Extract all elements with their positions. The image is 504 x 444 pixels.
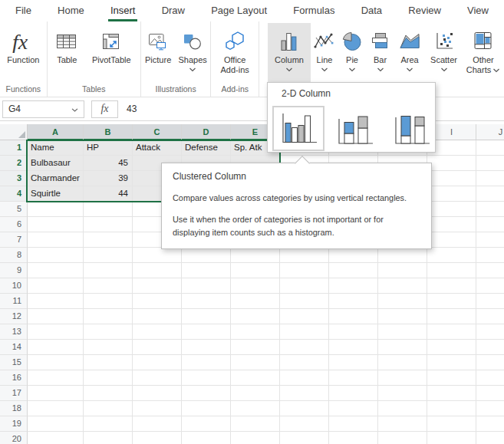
cell-F15[interactable] bbox=[280, 355, 329, 370]
cell-E20[interactable] bbox=[231, 432, 280, 444]
cell-G9[interactable] bbox=[329, 263, 378, 278]
cell-A7[interactable] bbox=[28, 232, 84, 248]
row-header-10[interactable]: 10 bbox=[0, 278, 28, 294]
cell-A3[interactable]: Charmander bbox=[28, 171, 84, 186]
cell-B16[interactable] bbox=[84, 370, 133, 386]
area-chart-button[interactable]: Area bbox=[394, 23, 425, 82]
stacked-column-option[interactable] bbox=[334, 113, 377, 150]
cell-A13[interactable] bbox=[28, 324, 84, 340]
cell-F17[interactable] bbox=[280, 386, 329, 401]
cell-D14[interactable] bbox=[182, 340, 231, 355]
cell-J6[interactable] bbox=[476, 217, 504, 232]
cell-I3[interactable] bbox=[427, 171, 476, 186]
picture-button[interactable]: Picture bbox=[141, 23, 175, 82]
cell-C17[interactable] bbox=[133, 386, 182, 401]
cell-I13[interactable] bbox=[427, 324, 476, 340]
cell-C1[interactable]: Attack bbox=[133, 140, 182, 156]
cell-E18[interactable] bbox=[231, 401, 280, 416]
cell-A14[interactable] bbox=[28, 340, 84, 355]
cell-D16[interactable] bbox=[182, 370, 231, 386]
cell-J8[interactable] bbox=[476, 248, 504, 263]
cell-J15[interactable] bbox=[476, 355, 504, 370]
cell-I9[interactable] bbox=[427, 263, 476, 278]
cell-E8[interactable] bbox=[231, 248, 280, 263]
cell-A9[interactable] bbox=[28, 263, 84, 278]
cell-D15[interactable] bbox=[182, 355, 231, 370]
cell-J2[interactable] bbox=[476, 156, 504, 171]
cell-D17[interactable] bbox=[182, 386, 231, 401]
cell-A20[interactable] bbox=[28, 432, 84, 444]
menu-tab-review[interactable]: Review bbox=[408, 0, 441, 21]
cell-D12[interactable] bbox=[182, 309, 231, 324]
menu-tab-data[interactable]: Data bbox=[361, 0, 382, 21]
cell-F9[interactable] bbox=[280, 263, 329, 278]
cell-B11[interactable] bbox=[84, 294, 133, 309]
chevron-down-icon[interactable] bbox=[71, 104, 78, 114]
cell-I17[interactable] bbox=[427, 386, 476, 401]
cell-F11[interactable] bbox=[280, 294, 329, 309]
cell-J20[interactable] bbox=[476, 432, 504, 444]
cell-G11[interactable] bbox=[329, 294, 378, 309]
cell-C18[interactable] bbox=[133, 401, 182, 416]
cell-I18[interactable] bbox=[427, 401, 476, 416]
menu-tab-page-layout[interactable]: Page Layout bbox=[211, 0, 267, 21]
row-header-14[interactable]: 14 bbox=[0, 340, 28, 355]
cell-A1[interactable]: Name bbox=[28, 140, 84, 156]
cell-G8[interactable] bbox=[329, 248, 378, 263]
row-header-16[interactable]: 16 bbox=[0, 370, 28, 386]
cell-G14[interactable] bbox=[329, 340, 378, 355]
chevron-down-icon[interactable] bbox=[321, 67, 328, 74]
cell-I12[interactable] bbox=[427, 309, 476, 324]
name-box[interactable]: G4 bbox=[2, 100, 84, 118]
chevron-down-icon[interactable] bbox=[377, 67, 384, 74]
row-header-5[interactable]: 5 bbox=[0, 202, 28, 217]
cell-D13[interactable] bbox=[182, 324, 231, 340]
cell-C10[interactable] bbox=[133, 278, 182, 294]
cell-J16[interactable] bbox=[476, 370, 504, 386]
cell-B17[interactable] bbox=[84, 386, 133, 401]
cell-E11[interactable] bbox=[231, 294, 280, 309]
cell-H18[interactable] bbox=[378, 401, 427, 416]
cell-F20[interactable] bbox=[280, 432, 329, 444]
row-header-9[interactable]: 9 bbox=[0, 263, 28, 278]
cell-G15[interactable] bbox=[329, 355, 378, 370]
row-header-2[interactable]: 2 bbox=[0, 156, 28, 171]
cell-F8[interactable] bbox=[280, 248, 329, 263]
cell-D1[interactable]: Defense bbox=[182, 140, 231, 156]
cell-B14[interactable] bbox=[84, 340, 133, 355]
row-header-6[interactable]: 6 bbox=[0, 217, 28, 232]
chevron-down-icon[interactable] bbox=[440, 67, 448, 74]
cell-C15[interactable] bbox=[133, 355, 182, 370]
cell-D18[interactable] bbox=[182, 401, 231, 416]
formula-input[interactable]: 43 bbox=[127, 104, 137, 114]
cell-D20[interactable] bbox=[182, 432, 231, 444]
cell-B15[interactable] bbox=[84, 355, 133, 370]
row-header-18[interactable]: 18 bbox=[0, 401, 28, 416]
cell-B13[interactable] bbox=[84, 324, 133, 340]
cell-B6[interactable] bbox=[84, 217, 133, 232]
100-percent-stacked-column-option[interactable] bbox=[390, 113, 433, 150]
cell-B1[interactable]: HP bbox=[84, 140, 133, 156]
cell-J7[interactable] bbox=[476, 232, 504, 248]
cell-G19[interactable] bbox=[329, 416, 378, 432]
scatter-chart-button[interactable]: Scatter bbox=[425, 23, 463, 82]
cell-J11[interactable] bbox=[476, 294, 504, 309]
menu-tab-home[interactable]: Home bbox=[58, 0, 84, 21]
cell-J12[interactable] bbox=[476, 309, 504, 324]
clustered-column-option[interactable] bbox=[272, 106, 324, 151]
cell-G20[interactable] bbox=[329, 432, 378, 444]
cell-I15[interactable] bbox=[427, 355, 476, 370]
row-header-1[interactable]: 1 bbox=[0, 140, 28, 156]
cell-B2[interactable]: 45 bbox=[84, 156, 133, 171]
cell-J1[interactable] bbox=[476, 140, 504, 156]
chevron-down-icon[interactable] bbox=[492, 65, 500, 75]
cell-H16[interactable] bbox=[378, 370, 427, 386]
function-button[interactable]: fx Function bbox=[1, 23, 45, 82]
cell-A2[interactable]: Bulbasaur bbox=[28, 156, 84, 171]
chevron-down-icon[interactable] bbox=[189, 67, 196, 74]
column-chart-button[interactable]: Column bbox=[268, 23, 311, 82]
cell-F14[interactable] bbox=[280, 340, 329, 355]
cell-J9[interactable] bbox=[476, 263, 504, 278]
cell-C8[interactable] bbox=[133, 248, 182, 263]
row-header-20[interactable]: 20 bbox=[0, 432, 28, 444]
